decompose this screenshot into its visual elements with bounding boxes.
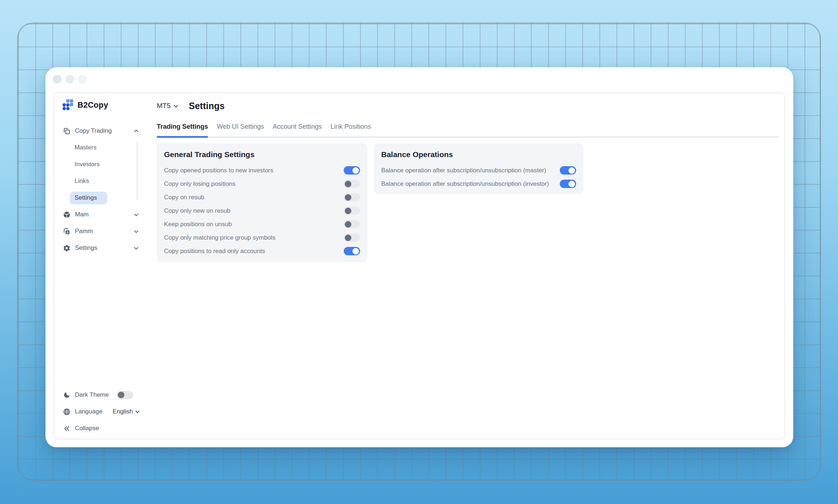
logo: B2Copy	[62, 99, 108, 111]
tab-trading-settings[interactable]: Trading Settings	[157, 120, 208, 137]
sidebar-item-copy-trading[interactable]: Copy Trading	[54, 123, 157, 139]
collapse-double-chevron-icon	[63, 425, 71, 432]
tab-bar: Trading Settings Web UI Settings Account…	[157, 120, 779, 137]
copy-p-icon: p	[63, 228, 71, 235]
language-select[interactable]: English	[113, 408, 140, 415]
dark-theme-row: Dark Theme	[54, 387, 157, 403]
toggle-knob	[352, 167, 359, 174]
toggle-copy-opened-positions[interactable]	[344, 166, 360, 175]
setting-label: Keep positions on unsub	[164, 221, 232, 228]
server-selector[interactable]: MT5	[157, 102, 179, 110]
b2copy-logo-icon	[62, 99, 73, 111]
toggle-copy-only-new-on-resub[interactable]	[344, 207, 360, 215]
toggle-copy-to-read-only[interactable]	[344, 247, 360, 255]
panel-title: Balance Operations	[381, 151, 576, 159]
sidebar-item-label: Settings	[75, 244, 97, 252]
collapse-row[interactable]: Collapse	[54, 420, 157, 437]
dark-theme-toggle[interactable]	[117, 391, 133, 399]
setting-row: Copy opened positions to new investors	[164, 164, 360, 177]
sidebar-item-investors[interactable]: Investors	[54, 156, 157, 173]
main-content: MT5 Settings Trading Settings Web UI Set…	[157, 93, 784, 439]
chevron-down-icon	[173, 103, 179, 109]
copy-trading-submenu: Masters Investors Links Settings	[54, 139, 157, 206]
chevron-down-icon	[133, 229, 139, 234]
svg-text:p: p	[67, 230, 68, 234]
setting-row: Copy only losing positions	[164, 177, 360, 191]
sidebar-nav: Copy Trading Masters Investors Links	[54, 123, 157, 256]
page-title: Settings	[189, 101, 225, 111]
toggle-knob	[345, 221, 351, 228]
sidebar-item-label: Pamm	[75, 228, 93, 235]
package-box-icon	[63, 211, 71, 219]
window-control-dot	[65, 75, 74, 84]
dark-theme-label: Dark Theme	[75, 391, 109, 399]
tab-link-positions[interactable]: Link Positions	[331, 120, 371, 137]
toggle-knob	[568, 181, 575, 187]
sidebar: B2Copy Copy Trading Masters	[54, 93, 157, 439]
setting-label: Copy only losing positions	[164, 180, 236, 188]
chevron-down-icon	[133, 212, 139, 217]
sidebar-item-pamm[interactable]: p Pamm	[54, 223, 157, 240]
setting-label: Balance operation after subscription/uns…	[381, 180, 549, 188]
setting-label: Copy on resub	[164, 194, 204, 201]
setting-label: Copy opened positions to new investors	[164, 167, 274, 174]
setting-label: Copy only new on resub	[164, 207, 230, 215]
setting-row: Keep positions on unsub	[164, 217, 360, 231]
sidebar-item-label: Masters	[75, 144, 96, 151]
sidebar-item-label: Mam	[75, 211, 89, 218]
setting-label: Copy only matching price group symbols	[164, 234, 275, 241]
globe-icon	[63, 408, 71, 416]
submenu-indicator-line	[137, 142, 137, 200]
toggle-knob	[352, 248, 359, 255]
collapse-label: Collapse	[75, 425, 99, 432]
sidebar-item-mam[interactable]: Mam	[54, 206, 157, 223]
toggle-balance-operation-master[interactable]	[560, 166, 576, 175]
setting-row: Copy only new on resub	[164, 204, 360, 217]
sidebar-item-masters[interactable]: Masters	[54, 139, 157, 156]
setting-label: Copy positions to read only accounts	[164, 248, 265, 255]
chevron-down-icon	[133, 245, 139, 251]
sidebar-item-label: Investors	[75, 161, 100, 168]
sidebar-item-links[interactable]: Links	[54, 173, 157, 189]
toggle-knob	[568, 167, 575, 174]
window-control-dot	[78, 75, 87, 84]
setting-row: Copy positions to read only accounts	[164, 244, 360, 258]
chevron-up-icon	[133, 128, 139, 134]
toggle-keep-positions-on-unsub[interactable]	[344, 220, 360, 228]
chevron-down-icon	[135, 409, 140, 414]
toggle-knob	[345, 181, 351, 187]
toggle-knob	[345, 235, 351, 241]
moon-icon	[63, 391, 71, 399]
sidebar-item-settings-selected[interactable]: Settings	[70, 192, 107, 204]
toggle-copy-matching-price-group[interactable]	[344, 233, 360, 242]
logo-text: B2Copy	[77, 100, 108, 110]
toggle-balance-operation-investor[interactable]	[560, 180, 576, 188]
window-controls	[53, 75, 87, 84]
app-window: B2Copy Copy Trading Masters	[45, 67, 793, 447]
general-trading-settings-panel: General Trading Settings Copy opened pos…	[157, 143, 367, 262]
toggle-copy-only-losing[interactable]	[344, 180, 360, 188]
setting-row: Copy on resub	[164, 191, 360, 204]
settings-rows: Balance operation after subscription/uns…	[381, 164, 576, 191]
tab-web-ui-settings[interactable]: Web UI Settings	[217, 120, 264, 137]
server-name: MT5	[157, 102, 171, 110]
setting-row: Balance operation after subscription/uns…	[381, 177, 576, 191]
sidebar-item-label: Settings	[75, 194, 97, 201]
language-label: Language	[75, 408, 103, 415]
language-row: Language English	[54, 403, 157, 420]
toggle-knob	[345, 208, 351, 214]
sidebar-item-settings[interactable]: Settings	[54, 240, 157, 256]
sidebar-item-label: Copy Trading	[75, 127, 112, 135]
main-header: MT5 Settings	[157, 99, 225, 113]
setting-row: Balance operation after subscription/uns…	[381, 164, 576, 177]
toggle-knob	[118, 392, 124, 398]
toggle-copy-on-resub[interactable]	[344, 193, 360, 201]
setting-label: Balance operation after subscription/uns…	[381, 167, 546, 174]
copy-icon	[63, 127, 71, 135]
tab-account-settings[interactable]: Account Settings	[273, 120, 322, 137]
panel-title: General Trading Settings	[164, 151, 360, 159]
sidebar-item-label: Links	[75, 177, 89, 185]
sidebar-footer: Dark Theme Language English	[54, 387, 157, 437]
gear-icon	[63, 244, 71, 252]
toggle-knob	[345, 194, 351, 201]
